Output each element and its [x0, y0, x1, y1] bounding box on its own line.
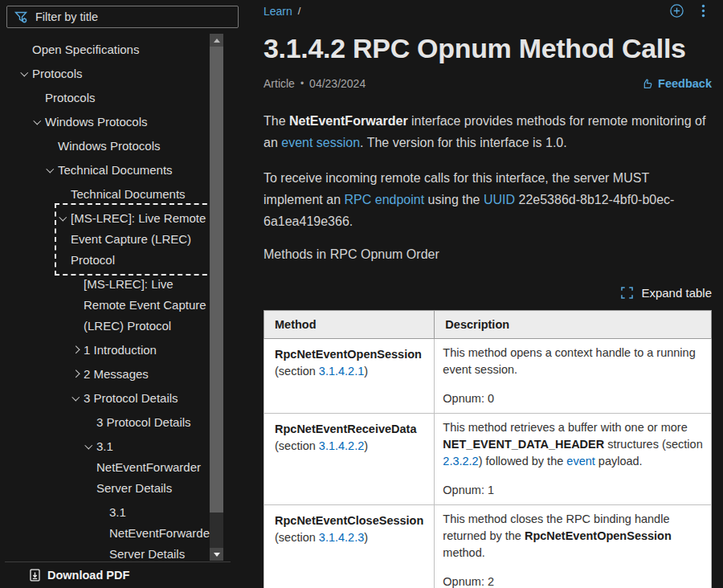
text-span: This method opens a context handle to a … [443, 346, 695, 376]
chevron-down-icon [21, 69, 28, 76]
down-triangle-icon [214, 553, 220, 557]
method-cell: RpcNetEventCloseSession(section 3.1.4.2.… [264, 505, 435, 588]
sidebar-tree-item[interactable]: Windows Protocols [47, 136, 210, 157]
sidebar-tree-item[interactable]: 3.1 NetEventForwarder Server Details [98, 502, 210, 561]
sidebar-tree: Open SpecificationsProtocolsProtocolsWin… [0, 39, 210, 561]
inline-link[interactable]: event session [281, 136, 360, 149]
tree-item-label: Protocols [45, 91, 96, 104]
tree-item-label: Windows Protocols [58, 139, 161, 153]
expand-corners-icon [621, 287, 633, 299]
filter-input[interactable] [35, 10, 231, 23]
download-pdf-icon [29, 569, 41, 582]
body-paragraph: To receive incoming remote calls for thi… [263, 167, 712, 232]
table-row: RpcNetEventCloseSession(section 3.1.4.2.… [264, 505, 712, 588]
bold-text: NetEventForwarder [289, 114, 408, 128]
chevron-right-icon [72, 370, 80, 378]
sidebar-tree-item[interactable]: Protocols [34, 88, 210, 108]
main-content: Learn / 3.1.4.2 RPC Opnum Method Calls A… [245, 0, 723, 588]
download-pdf-label: Download PDF [47, 569, 129, 582]
sidebar-tree-item[interactable]: 3.1 NetEventForwarder Server Details [85, 436, 210, 499]
sidebar-tree-item[interactable]: [MS-LREC]: Live Remote Event Capture (LR… [59, 208, 210, 271]
sidebar: Open SpecificationsProtocolsProtocolsWin… [0, 0, 245, 588]
text-span: The [263, 114, 289, 128]
text-span: ) followed by the [479, 455, 567, 468]
sidebar-scrollbar[interactable] [210, 34, 223, 561]
inline-link[interactable]: event [566, 455, 594, 468]
text-span: payload. [595, 455, 643, 468]
chevron-down-icon [47, 165, 54, 173]
opnum-text: Opnum: 0 [443, 390, 703, 407]
opnum-text: Opnum: 1 [443, 482, 703, 499]
meta-separator: • [300, 78, 304, 89]
tree-item-label: Windows Protocols [45, 115, 148, 129]
sidebar-tree-item[interactable]: Technical Documents [47, 160, 210, 181]
table-intro-text: Methods in RPC Opnum Order [263, 243, 712, 265]
description-cell-highlighted: This method opens a context handle to a … [435, 339, 712, 414]
article-meta: Article • 04/23/2024 Feedback [263, 77, 712, 90]
inline-link[interactable]: RPC endpoint [345, 193, 425, 206]
sidebar-tree-item[interactable]: 3 Protocol Details [72, 388, 210, 409]
breadcrumb-separator: / [298, 5, 301, 17]
sidebar-tree-item[interactable]: Windows Protocols [34, 112, 210, 133]
sidebar-tree-item[interactable]: Technical Documents [59, 184, 210, 205]
thumbs-up-icon [641, 78, 653, 90]
methods-table: Method Description RpcNetEventOpenSessio… [263, 310, 712, 588]
column-header-method: Method [264, 311, 435, 339]
chevron-down-icon [85, 442, 92, 449]
chevron-down-icon [34, 117, 41, 125]
text-span: ) [364, 365, 368, 378]
sidebar-tree-item[interactable]: 1 Introduction [72, 340, 210, 361]
scrollbar-down-arrow[interactable] [210, 548, 223, 561]
sidebar-tree-item[interactable]: [MS-LREC]: Live Remote Event Capture (LR… [72, 274, 210, 337]
bold-text: NET_EVENT_DATA_HEADER [443, 438, 604, 451]
table-row: RpcNetEventReceiveData(section 3.1.4.2.2… [264, 414, 712, 505]
sidebar-tree-item[interactable]: 2 Messages [72, 364, 210, 385]
tree-item-label: 3.1 NetEventForwarder Server Details [109, 505, 210, 561]
description-cell-highlighted: This method closes the RPC binding handl… [435, 505, 712, 588]
text-span: structures (section [604, 438, 703, 451]
article-label: Article [263, 77, 295, 90]
tree-item-label: Protocols [32, 67, 83, 80]
scrollbar-up-arrow[interactable] [210, 34, 223, 47]
section-link[interactable]: 3.1.4.2.3 [319, 531, 364, 544]
method-name: RpcNetEventReceiveData [275, 421, 423, 438]
expand-table-label: Expand table [641, 286, 712, 300]
expand-table-button[interactable]: Expand table [263, 286, 712, 300]
tree-item-label: [MS-LREC]: Live Remote Event Capture (LR… [71, 211, 206, 267]
inline-link[interactable]: UUID [484, 193, 515, 206]
sidebar-tree-item[interactable]: Protocols [21, 63, 210, 84]
section-link[interactable]: 3.1.4.2.2 [319, 439, 364, 452]
tree-item-label: [MS-LREC]: Live Remote Event Capture (LR… [84, 277, 206, 333]
description-cell-highlighted: This method retrieves a buffer with one … [435, 414, 712, 505]
description-text: This method retrieves a buffer with one … [443, 419, 703, 470]
filter-input-wrapper[interactable] [6, 6, 239, 28]
method-name: RpcNetEventOpenSession [275, 346, 423, 363]
inline-link[interactable]: 2.3.2.2 [443, 455, 478, 468]
chevron-down-icon [72, 394, 80, 401]
feedback-button[interactable]: Feedback [641, 77, 712, 90]
chevron-right-icon [72, 346, 80, 353]
text-span: (section [275, 365, 319, 378]
tree-item-label: 3 Protocol Details [96, 415, 191, 429]
section-link[interactable]: 3.1.4.2.1 [319, 365, 364, 378]
sidebar-tree-item[interactable]: Open Specifications [21, 39, 210, 60]
breadcrumb-learn-link[interactable]: Learn [263, 5, 292, 18]
sidebar-tree-item[interactable]: 3 Protocol Details [85, 412, 210, 433]
add-circle-icon[interactable] [669, 3, 684, 18]
opnum-text: Opnum: 2 [443, 574, 703, 588]
tree-item-label: Technical Documents [58, 163, 173, 177]
page-title: 3.1.4.2 RPC Opnum Method Calls [263, 33, 712, 64]
tree-item-label: 3.1 NetEventForwarder Server Details [96, 439, 201, 495]
column-header-description: Description [435, 311, 712, 339]
method-section: (section 3.1.4.2.1) [275, 363, 423, 380]
method-section: (section 3.1.4.2.2) [275, 438, 423, 455]
tree-item-label: 2 Messages [84, 367, 149, 381]
description-text: This method opens a context handle to a … [443, 345, 703, 378]
text-span: ) [364, 531, 368, 544]
scrollbar-thumb[interactable] [210, 47, 223, 512]
table-row: RpcNetEventOpenSession(section 3.1.4.2.1… [264, 339, 712, 414]
text-span: using the [424, 193, 484, 206]
more-vertical-icon[interactable] [701, 4, 705, 18]
chevron-down-icon [59, 214, 67, 221]
download-pdf-button[interactable]: Download PDF [5, 561, 231, 588]
